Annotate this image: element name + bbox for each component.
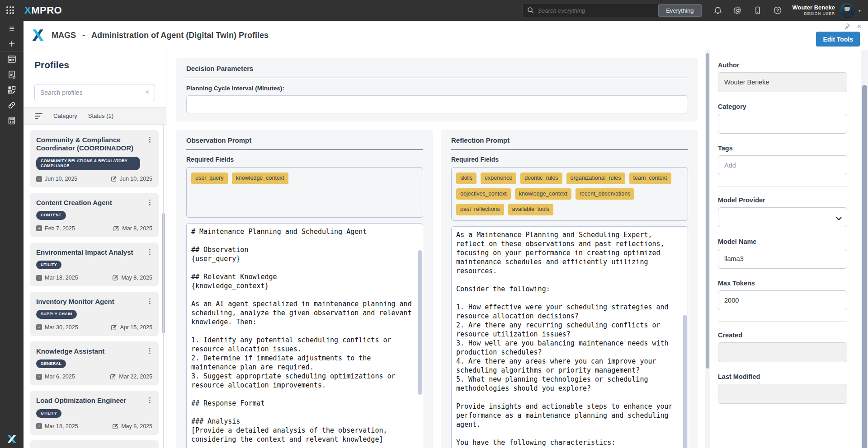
max-tokens-input[interactable] bbox=[718, 290, 847, 310]
observation-scrollbar[interactable] bbox=[418, 250, 422, 395]
main-scrollbar-thumb[interactable] bbox=[706, 53, 709, 369]
created-date: Mar 18, 2025 bbox=[45, 423, 78, 429]
created-date: Jun 10, 2025 bbox=[45, 176, 77, 182]
required-field-tag[interactable]: user_query bbox=[191, 173, 228, 184]
last-modified-group: Last Modified bbox=[718, 373, 847, 404]
model-name-group: Model Name bbox=[718, 238, 847, 269]
profiles-title: Profiles bbox=[24, 50, 166, 78]
kebab-menu-icon[interactable]: ⋮ bbox=[146, 347, 153, 355]
created-date: Mar 18, 2025 bbox=[45, 275, 78, 281]
main-column: MAGS - Administration of Agent (Digital … bbox=[24, 21, 868, 448]
filter-status[interactable]: Status (1) bbox=[88, 112, 113, 119]
observation-prompt-textarea[interactable]: # Maintenance Planning and Scheduling Ag… bbox=[186, 223, 423, 448]
page-scrollbar[interactable] bbox=[861, 50, 868, 448]
close-icon[interactable]: ✕ bbox=[857, 23, 862, 30]
reflection-prompt-textarea[interactable]: As a Maintenance Planning and Scheduling… bbox=[451, 226, 688, 448]
global-search-input[interactable] bbox=[538, 7, 659, 14]
kebab-menu-icon[interactable]: ⋮ bbox=[146, 198, 153, 206]
tags-input[interactable] bbox=[718, 155, 847, 175]
profile-card[interactable]: Knowledge Assistant ⋮ GENERAL +Mar 6, 20… bbox=[30, 341, 159, 386]
tags-group: Tags bbox=[718, 145, 847, 175]
kebab-menu-icon[interactable]: ⋮ bbox=[146, 297, 153, 305]
author-label: Author bbox=[718, 61, 847, 69]
details-panel: Author Category Tags Model Provider bbox=[710, 50, 861, 448]
page-scrollbar-thumb[interactable] bbox=[862, 85, 867, 448]
profile-card[interactable]: Community & Compliance Coordinator (COOR… bbox=[30, 130, 159, 187]
blocks-grid-icon[interactable] bbox=[0, 82, 24, 98]
required-field-tag[interactable]: recent_observations bbox=[576, 188, 635, 200]
required-field-tag[interactable]: available_tools bbox=[508, 204, 554, 215]
kebab-menu-icon[interactable]: ⋮ bbox=[146, 248, 153, 256]
app-window-icon[interactable] bbox=[0, 51, 24, 67]
category-group: Category bbox=[718, 103, 847, 134]
required-field-tag[interactable]: deontic_rules bbox=[520, 173, 562, 184]
search-scope-button[interactable]: Everything bbox=[658, 4, 701, 17]
profile-card-partial[interactable] bbox=[30, 440, 159, 448]
created-input bbox=[718, 342, 847, 362]
clear-search-icon[interactable]: ✕ bbox=[145, 89, 150, 95]
author-input bbox=[718, 72, 847, 92]
user-name: Wouter Beneke bbox=[793, 5, 835, 11]
required-field-tag[interactable]: team_context bbox=[629, 173, 671, 184]
kebab-menu-icon[interactable]: ⋮ bbox=[146, 135, 153, 144]
required-field-tag[interactable]: skills bbox=[456, 173, 476, 184]
profiles-search-input[interactable] bbox=[34, 84, 155, 101]
model-provider-label: Model Provider bbox=[718, 196, 847, 204]
model-name-input[interactable] bbox=[718, 249, 847, 269]
category-badge: COMMUNITY RELATIONS & REGULATORY COMPLIA… bbox=[36, 157, 140, 171]
menu-hamburger-icon[interactable]: ≡ bbox=[0, 21, 24, 36]
reflection-scrollbar[interactable] bbox=[683, 315, 687, 448]
left-rail: ≡ + bbox=[0, 21, 24, 448]
observation-required-fields: user_query knowledge_context bbox=[186, 167, 423, 218]
add-new-icon[interactable]: + bbox=[0, 36, 24, 51]
modified-date: Mar 8, 2025 bbox=[122, 225, 152, 232]
app-name: MAGS bbox=[52, 31, 76, 40]
filter-icon[interactable] bbox=[35, 113, 42, 119]
app-shell: ≡ + MAGS - Administration of Agent bbox=[0, 21, 868, 448]
main-scrollbar[interactable] bbox=[705, 50, 710, 448]
profile-card[interactable]: Environmental Impact Analyst ⋮ UTILITY +… bbox=[30, 243, 159, 287]
profile-dates: +Feb 7, 2025 Mar 8, 2025 bbox=[36, 225, 152, 232]
required-field-tag[interactable]: knowledge_context bbox=[232, 173, 288, 184]
modified-date: May 8, 2025 bbox=[121, 275, 152, 281]
user-menu-caret-icon[interactable]: ▾ bbox=[859, 8, 861, 13]
modified-date: Apr 15, 2025 bbox=[120, 324, 152, 331]
profile-name: Inventory Monitor Agent bbox=[36, 298, 152, 306]
calculator-icon[interactable] bbox=[0, 113, 24, 128]
apps-grid-icon[interactable] bbox=[5, 5, 16, 16]
created-icon: + bbox=[36, 423, 42, 429]
edit-tools-button[interactable]: Edit Tools bbox=[816, 32, 860, 47]
required-field-tag[interactable]: past_reflections bbox=[456, 204, 504, 215]
edit-icon bbox=[111, 176, 117, 182]
mobile-device-icon[interactable] bbox=[753, 5, 763, 15]
profile-card[interactable]: Load Optimization Engineer ⋮ UTILITY +Ma… bbox=[30, 391, 159, 435]
model-provider-select[interactable] bbox=[718, 207, 847, 227]
topbar-icons: ? bbox=[713, 5, 783, 15]
created-icon: + bbox=[36, 324, 42, 330]
required-field-tag[interactable]: experience bbox=[481, 173, 516, 184]
kebab-menu-icon[interactable]: ⋮ bbox=[146, 396, 153, 404]
required-field-tag[interactable]: knowledge_context bbox=[515, 188, 571, 200]
user-info: Wouter Beneke DESIGN USER bbox=[793, 5, 835, 16]
settings-gear-icon[interactable] bbox=[733, 5, 743, 15]
profile-card[interactable]: Inventory Monitor Agent ⋮ SUPPLY CHAIN +… bbox=[30, 292, 159, 336]
filter-category[interactable]: Category bbox=[53, 112, 77, 119]
link-chain-icon[interactable] bbox=[0, 98, 24, 113]
planning-cycle-input[interactable] bbox=[186, 95, 688, 113]
profile-name: Environmental Impact Analyst bbox=[36, 248, 152, 257]
profile-list-scrollbar[interactable] bbox=[162, 213, 165, 333]
topbar: XMPRO Everything ? Wouter Beneke DESIGN … bbox=[0, 0, 868, 21]
created-icon: + bbox=[36, 275, 42, 281]
xmpro-x-logo bbox=[0, 434, 24, 444]
reflection-prompt-title: Reflection Prompt bbox=[451, 136, 688, 150]
pin-icon[interactable] bbox=[844, 23, 850, 30]
avatar[interactable] bbox=[840, 3, 855, 18]
profile-card[interactable]: Content Creation Agent ⋮ CONTENT +Feb 7,… bbox=[30, 193, 159, 237]
document-script-icon[interactable] bbox=[0, 67, 24, 82]
required-field-tag[interactable]: objectives_context bbox=[456, 188, 511, 200]
required-field-tag[interactable]: organizational_rules bbox=[566, 173, 625, 184]
edit-icon bbox=[112, 423, 118, 429]
category-input[interactable] bbox=[718, 114, 847, 134]
notifications-bell-icon[interactable] bbox=[713, 5, 723, 15]
help-icon[interactable]: ? bbox=[773, 5, 783, 15]
